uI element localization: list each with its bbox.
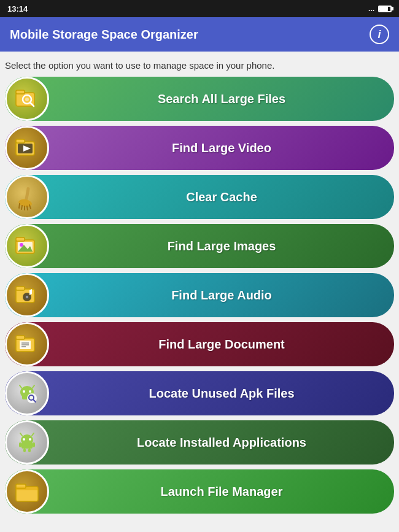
find-large-document-button[interactable]: Find Large Document [5,322,394,366]
folder-search-svg [14,85,41,112]
status-bar-right: ... [368,4,392,13]
svg-line-36 [20,385,21,388]
svg-line-37 [33,385,34,388]
clear-cache-button[interactable]: Clear Cache [5,175,394,219]
svg-line-11 [19,204,20,208]
find-large-audio-button[interactable]: Find Large Audio [5,273,394,317]
time: 13:14 [7,4,28,13]
svg-point-4 [25,98,29,101]
search-large-files-label: Search All Large Files [49,91,394,106]
info-button[interactable]: i [370,25,389,44]
locate-installed-apps-icon [5,420,49,465]
svg-rect-45 [19,442,21,447]
find-large-images-button[interactable]: Find Large Images [5,224,394,268]
locate-installed-apps-label: Locate Installed Applications [49,435,394,450]
app-title: Mobile Storage Space Organizer [10,28,198,42]
clear-cache-label: Clear Cache [49,190,394,204]
svg-point-33 [23,390,25,393]
svg-rect-27 [16,336,25,339]
locate-unused-apk-icon [5,371,49,415]
folder-svg [14,478,41,505]
folder-document-svg [14,331,41,358]
svg-point-25 [26,296,28,298]
search-large-files-icon [5,77,49,121]
clear-cache-icon [5,175,49,219]
find-large-images-label: Find Large Images [49,239,394,253]
svg-rect-44 [21,442,33,449]
apk-search-svg [14,380,41,407]
svg-point-43 [29,438,31,441]
find-large-images-icon [5,224,49,268]
folder-images-svg [14,233,41,260]
installed-apps-svg [14,429,41,456]
locate-unused-apk-button[interactable]: Locate Unused Apk Files [5,371,394,415]
battery-icon [378,6,392,12]
launch-file-manager-label: Launch File Manager [49,484,394,499]
menu-buttons: Search All Large Files Find Large Video [0,77,399,514]
launch-file-manager-button[interactable]: Launch File Manager [5,469,394,514]
battery-fill [379,7,388,11]
svg-line-49 [20,433,22,436]
svg-line-14 [27,206,28,210]
svg-rect-48 [28,449,31,452]
find-large-video-button[interactable]: Find Large Video [5,126,394,170]
svg-rect-17 [16,237,25,241]
find-large-video-label: Find Large Video [49,141,394,155]
svg-point-42 [23,438,25,441]
svg-line-50 [32,433,34,436]
svg-rect-22 [16,287,25,290]
folder-video-svg [14,134,41,161]
app-header: Mobile Storage Space Organizer i [0,17,399,52]
find-large-audio-icon [5,273,49,317]
svg-rect-46 [33,442,35,447]
svg-rect-53 [16,487,38,490]
launch-file-manager-icon [5,469,49,514]
svg-line-12 [21,206,22,209]
find-large-audio-label: Find Large Audio [49,288,394,303]
status-bar: 13:14 ... [0,0,399,17]
find-large-document-icon [5,322,49,366]
search-large-files-button[interactable]: Search All Large Files [5,77,394,121]
svg-point-34 [29,390,31,393]
svg-rect-6 [16,139,25,143]
find-large-video-icon [5,126,49,170]
svg-rect-9 [25,187,30,201]
locate-unused-apk-label: Locate Unused Apk Files [49,386,394,401]
subtitle-text: Select the option you want to use to man… [0,52,399,77]
find-large-document-label: Find Large Document [49,337,394,352]
svg-rect-47 [23,449,26,452]
broom-svg [14,183,41,210]
locate-installed-apps-button[interactable]: Locate Installed Applications [5,420,394,465]
signal-dots: ... [368,4,374,13]
folder-audio-svg [14,282,41,309]
svg-rect-1 [16,90,25,94]
